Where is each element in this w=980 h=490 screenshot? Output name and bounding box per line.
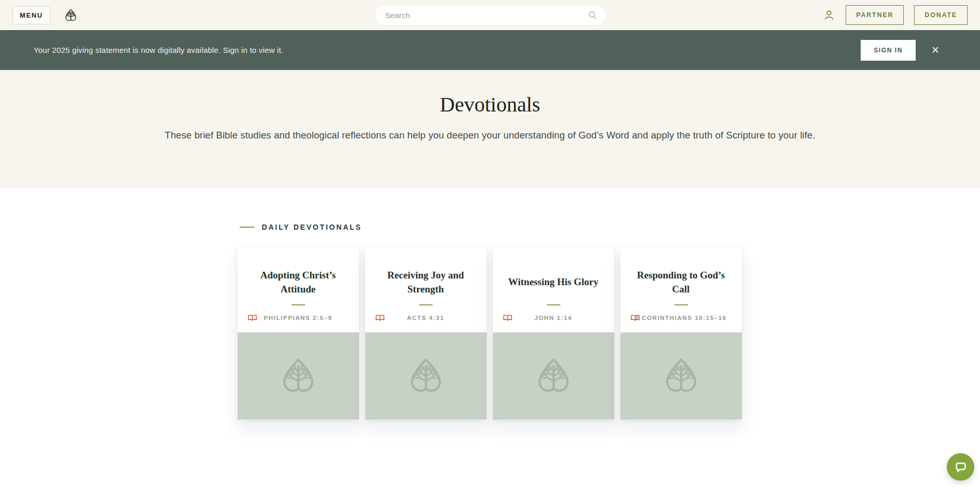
ligonier-leaf-logo-icon[interactable] bbox=[64, 8, 78, 22]
live-chat-button[interactable] bbox=[947, 453, 974, 481]
devotional-card-grid: Adopting Christ’s Attitude PHILIPPIANS 2… bbox=[238, 247, 743, 419]
card-title: Witnessing His Glory bbox=[508, 262, 599, 302]
chat-bubble-icon bbox=[954, 460, 968, 474]
leaf-watermark-icon bbox=[661, 356, 701, 396]
scripture-reference: ACTS 4:31 bbox=[407, 315, 445, 321]
open-book-icon bbox=[503, 314, 512, 321]
hero-section: Devotionals These brief Bible studies an… bbox=[0, 70, 980, 188]
card-title: Responding to God’s Call bbox=[631, 262, 731, 302]
scripture-reference: JOHN 1:14 bbox=[534, 315, 572, 321]
section-header: DAILY DEVOTIONALS bbox=[238, 223, 743, 231]
card-title: Receiving Joy and Strength bbox=[376, 262, 476, 302]
open-book-icon bbox=[631, 314, 640, 321]
devotional-card[interactable]: Witnessing His Glory JOHN 1:14 bbox=[493, 247, 614, 419]
top-navigation-bar: MENU PARTNER DONATE bbox=[0, 0, 980, 30]
card-dash bbox=[674, 304, 688, 305]
card-dash bbox=[419, 304, 433, 305]
search-input[interactable] bbox=[385, 11, 588, 20]
page-title: Devotionals bbox=[0, 92, 980, 117]
leaf-watermark-icon bbox=[534, 356, 573, 396]
partner-button[interactable]: PARTNER bbox=[846, 5, 904, 25]
card-placeholder-image bbox=[238, 332, 359, 419]
search-icon[interactable] bbox=[588, 10, 597, 20]
scripture-reference: PHILIPPIANS 2:5–9 bbox=[264, 315, 332, 321]
card-placeholder-image bbox=[365, 332, 487, 419]
open-book-icon bbox=[376, 314, 384, 321]
header-actions: PARTNER DONATE bbox=[823, 5, 968, 25]
devotional-card[interactable]: Responding to God’s Call 2 CORINTHIANS 1… bbox=[620, 247, 742, 419]
card-placeholder-image bbox=[493, 332, 614, 419]
card-dash bbox=[547, 304, 560, 305]
close-icon[interactable]: ✕ bbox=[931, 45, 940, 55]
account-person-icon[interactable] bbox=[823, 9, 835, 21]
giving-statement-banner: Your 2025 giving statement is now digita… bbox=[0, 30, 980, 70]
card-dash bbox=[292, 304, 305, 305]
devotional-card[interactable]: Adopting Christ’s Attitude PHILIPPIANS 2… bbox=[238, 247, 359, 419]
card-title: Adopting Christ’s Attitude bbox=[248, 262, 349, 302]
main-content: DAILY DEVOTIONALS Adopting Christ’s Atti… bbox=[0, 188, 980, 419]
menu-button[interactable]: MENU bbox=[12, 6, 50, 24]
banner-message: Your 2025 giving statement is now digita… bbox=[34, 46, 283, 54]
leaf-watermark-icon bbox=[279, 356, 318, 396]
scripture-reference: 2 CORINTHIANS 10:15–16 bbox=[635, 315, 726, 321]
search-bar[interactable] bbox=[375, 6, 605, 25]
section-label: DAILY DEVOTIONALS bbox=[262, 223, 362, 231]
section-dash bbox=[240, 227, 254, 228]
page-subtitle: These brief Bible studies and theologica… bbox=[0, 130, 980, 141]
sign-in-button[interactable]: SIGN IN bbox=[861, 40, 916, 61]
donate-button[interactable]: DONATE bbox=[914, 5, 968, 25]
open-book-icon bbox=[248, 314, 257, 321]
card-placeholder-image bbox=[620, 332, 742, 419]
leaf-watermark-icon bbox=[406, 356, 446, 396]
devotional-card[interactable]: Receiving Joy and Strength ACTS 4:31 bbox=[365, 247, 487, 419]
